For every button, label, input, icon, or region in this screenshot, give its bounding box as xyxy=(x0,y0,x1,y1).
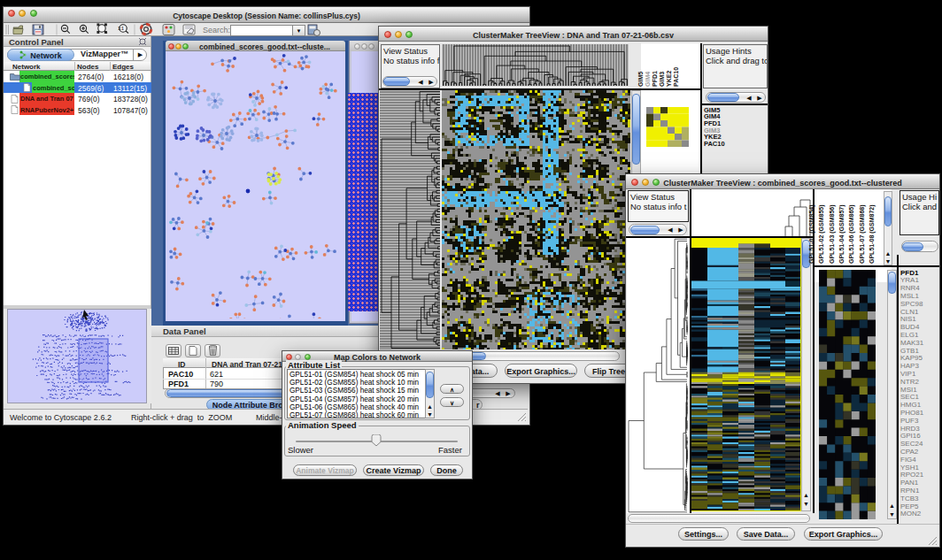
svg-text:1:1: 1:1 xyxy=(118,27,124,31)
